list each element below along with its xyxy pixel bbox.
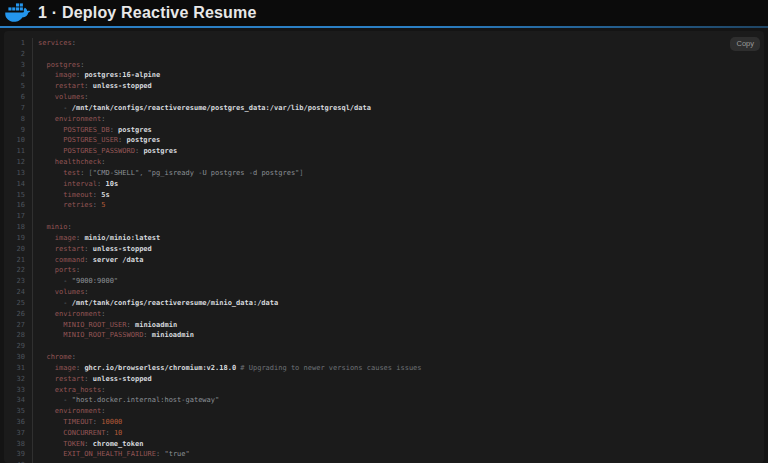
code-text: MINIO_ROOT_USER: minioadmin (33, 320, 177, 331)
code-text: POSTGRES_USER: postgres (33, 135, 160, 146)
code-text: TOKEN: chrome_token (33, 439, 143, 450)
line-number: 18 (4, 222, 33, 233)
code-line: 30 chrome: (4, 352, 764, 363)
line-number: 25 (4, 298, 33, 309)
code-line: 27 MINIO_ROOT_USER: minioadmin (4, 320, 764, 331)
line-number: 31 (4, 363, 33, 374)
line-number: 16 (4, 200, 33, 211)
line-number: 20 (4, 244, 33, 255)
code-line: 16 retries: 5 (4, 200, 764, 211)
code-line: 25 - /mnt/tank/configs/reactiveresume/mi… (4, 298, 764, 309)
page-title: 1 · Deploy Reactive Resume (38, 4, 257, 22)
code-line: 10 POSTGRES_USER: postgres (4, 135, 764, 146)
code-text: - "host.docker.internal:host-gateway" (33, 395, 219, 406)
code-line: 12 healthcheck: (4, 157, 764, 168)
line-number: 35 (4, 406, 33, 417)
code-text: EXIT_ON_HEALTH_FAILURE: "true" (33, 449, 190, 460)
code-text: test: ["CMD-SHELL", "pg_isready -U postg… (33, 168, 304, 179)
code-line: 19 image: minio/minio:latest (4, 233, 764, 244)
code-line: 4 image: postgres:16-alpine (4, 70, 764, 81)
docker-whale-icon (5, 0, 31, 26)
line-number: 34 (4, 395, 33, 406)
code-line: 5 restart: unless-stopped (4, 81, 764, 92)
code-text (33, 49, 38, 60)
line-number: 36 (4, 417, 33, 428)
line-number: 23 (4, 276, 33, 287)
line-number: 22 (4, 265, 33, 276)
code-lines: 1services:23 postgres:4 image: postgres:… (4, 38, 764, 463)
code-line: 18 minio: (4, 222, 764, 233)
code-text: restart: unless-stopped (33, 374, 152, 385)
code-text: POSTGRES_DB: postgres (33, 125, 152, 136)
code-text: restart: unless-stopped (33, 244, 152, 255)
code-text: minio: (33, 222, 72, 233)
code-text: healthcheck: (33, 157, 105, 168)
line-number: 29 (4, 341, 33, 352)
line-number: 38 (4, 439, 33, 450)
line-number: 39 (4, 449, 33, 460)
line-number: 21 (4, 255, 33, 266)
code-text: services: (33, 38, 76, 49)
code-text: ports: (33, 265, 80, 276)
line-number: 7 (4, 103, 33, 114)
code-line: 15 timeout: 5s (4, 190, 764, 201)
docker-compose-code-block: Copy 1services:23 postgres:4 image: post… (4, 31, 764, 463)
code-text: TIMEOUT: 10000 (33, 417, 122, 428)
copy-button[interactable]: Copy (730, 37, 760, 51)
code-line: 36 TIMEOUT: 10000 (4, 417, 764, 428)
code-line: 3 postgres: (4, 60, 764, 71)
code-line: 33 extra_hosts: (4, 385, 764, 396)
code-line: 17 (4, 211, 764, 222)
code-line: 32 restart: unless-stopped (4, 374, 764, 385)
line-number: 26 (4, 309, 33, 320)
code-text: CONCURRENT: 10 (33, 428, 122, 439)
code-text (33, 211, 38, 222)
code-text: environment: (33, 309, 105, 320)
code-text: retries: 5 (33, 200, 105, 211)
code-line: 9 POSTGRES_DB: postgres (4, 125, 764, 136)
code-text: volumes: (33, 92, 89, 103)
code-line: 39 EXIT_ON_HEALTH_FAILURE: "true" (4, 449, 764, 460)
code-text: timeout: 5s (33, 190, 110, 201)
line-number: 5 (4, 81, 33, 92)
line-number: 6 (4, 92, 33, 103)
code-text: command: server /data (33, 255, 143, 266)
line-number: 24 (4, 287, 33, 298)
code-text: - /mnt/tank/configs/reactiveresume/minio… (33, 298, 278, 309)
line-number: 4 (4, 70, 33, 81)
code-text: - /mnt/tank/configs/reactiveresume/postg… (33, 103, 371, 114)
code-line: 2 (4, 49, 764, 60)
code-line: 21 command: server /data (4, 255, 764, 266)
line-number: 13 (4, 168, 33, 179)
line-number: 15 (4, 190, 33, 201)
line-number: 1 (4, 38, 33, 49)
line-number: 11 (4, 146, 33, 157)
code-line: 11 POSTGRES_PASSWORD: postgres (4, 146, 764, 157)
line-number: 30 (4, 352, 33, 363)
code-text: image: ghcr.io/browserless/chromium:v2.1… (33, 363, 422, 374)
code-line: 35 environment: (4, 406, 764, 417)
code-line: 24 volumes: (4, 287, 764, 298)
code-line: 1services: (4, 38, 764, 49)
line-number: 14 (4, 179, 33, 190)
code-line: 31 image: ghcr.io/browserless/chromium:v… (4, 363, 764, 374)
page-header: 1 · Deploy Reactive Resume (0, 0, 768, 26)
code-line: 8 environment: (4, 114, 764, 125)
code-text: chrome: (33, 352, 76, 363)
code-line: 14 interval: 10s (4, 179, 764, 190)
code-line: 23 - "9000:9000" (4, 276, 764, 287)
code-text: extra_hosts: (33, 385, 105, 396)
line-number: 17 (4, 211, 33, 222)
line-number: 37 (4, 428, 33, 439)
code-text: image: minio/minio:latest (33, 233, 160, 244)
line-number: 28 (4, 330, 33, 341)
line-number: 12 (4, 157, 33, 168)
code-text: restart: unless-stopped (33, 81, 152, 92)
code-text: MINIO_ROOT_PASSWORD: minioadmin (33, 330, 194, 341)
code-text: postgres: (33, 60, 84, 71)
code-line: 22 ports: (4, 265, 764, 276)
line-number: 3 (4, 60, 33, 71)
line-number: 32 (4, 374, 33, 385)
code-line: 28 MINIO_ROOT_PASSWORD: minioadmin (4, 330, 764, 341)
code-text: interval: 10s (33, 179, 118, 190)
